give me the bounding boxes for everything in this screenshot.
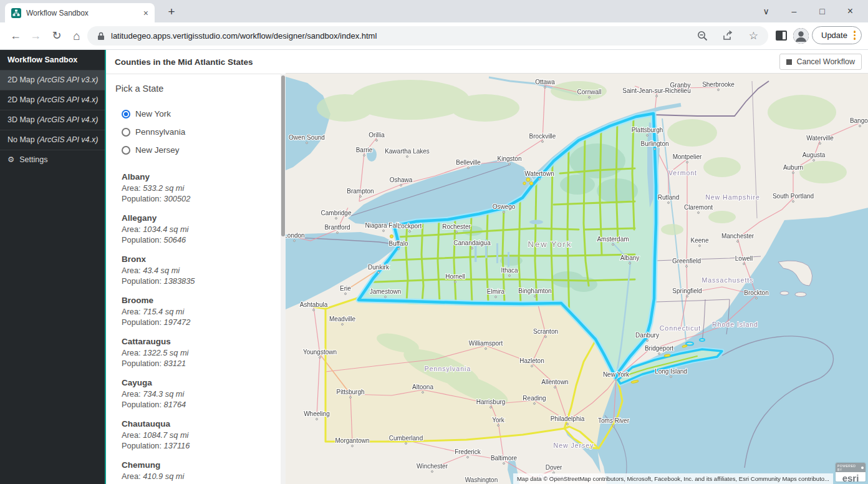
profile-avatar[interactable] [793, 28, 809, 44]
state-radio-new-york[interactable]: New York [122, 105, 281, 123]
svg-text:Morgantown: Morgantown [335, 437, 369, 444]
state-radio-pennsylvania[interactable]: Pennsylvania [122, 123, 281, 141]
address-bar[interactable]: latitudegeo.apps.vertigisstudio.com/work… [87, 26, 768, 46]
radio-icon[interactable] [122, 128, 130, 137]
browser-tab[interactable]: Workflow Sandbox × [5, 3, 155, 22]
svg-text:Meadville: Meadville [329, 316, 356, 322]
state-radio-new-jersey[interactable]: New Jersey [122, 141, 281, 159]
svg-text:Granby: Granby [670, 82, 691, 89]
svg-text:Hazleton: Hazleton [519, 357, 544, 364]
county-item: AlbanyArea: 533.2 sq miPopulation: 30050… [122, 172, 281, 204]
radio-icon[interactable] [122, 110, 130, 119]
svg-text:Erie: Erie [340, 285, 351, 292]
svg-text:Cornwall: Cornwall [577, 89, 602, 95]
svg-text:Auburn: Auburn [783, 164, 803, 171]
back-button[interactable]: ← [7, 22, 24, 49]
browser-menu-chevron-icon[interactable]: ∨ [752, 6, 780, 16]
svg-text:Connecticut: Connecticut [660, 324, 701, 332]
svg-text:Oswego: Oswego [493, 203, 516, 210]
radio-label: New York [135, 109, 171, 119]
svg-text:London: London [286, 232, 305, 239]
scrollbar-thumb[interactable] [281, 75, 285, 236]
new-tab-button[interactable]: + [163, 3, 180, 21]
gear-icon: ⚙ [7, 155, 14, 164]
svg-text:Hornell: Hornell [445, 273, 465, 280]
county-item: ChautauquaArea: 1084.7 sq miPopulation: … [122, 419, 281, 451]
svg-text:Brantford: Brantford [324, 224, 350, 231]
update-button[interactable]: Update [812, 26, 862, 44]
svg-text:Dunkirk: Dunkirk [368, 264, 390, 271]
esri-globe-icon [861, 467, 864, 469]
svg-text:Jamestown: Jamestown [370, 288, 402, 295]
forward-button[interactable]: → [27, 22, 44, 49]
favicon-workflow-icon [11, 8, 21, 18]
state-radio-group: New YorkPennsylvaniaNew Jersey [122, 105, 281, 159]
svg-text:Washington: Washington [465, 477, 498, 483]
svg-text:New York: New York [603, 371, 630, 378]
svg-text:Brockton: Brockton [744, 289, 768, 296]
svg-text:Harrisburg: Harrisburg [476, 399, 506, 405]
svg-text:Waterville: Waterville [806, 135, 834, 142]
svg-text:Kingston: Kingston [498, 155, 522, 162]
svg-text:Rutland: Rutland [658, 194, 679, 201]
svg-text:Bridgeport: Bridgeport [645, 345, 673, 352]
esri-logo: POWERED BY esri [836, 463, 866, 482]
kebab-menu-icon[interactable] [854, 29, 856, 41]
minimize-button[interactable]: – [780, 6, 808, 16]
map-header-bar: Cancel Workflow [286, 50, 868, 74]
sidebar-item-2d-map[interactable]: 2D Map (ArcGIS API v3.x) [0, 70, 105, 90]
svg-text:York: York [492, 417, 505, 424]
svg-text:Albany: Albany [620, 254, 640, 261]
svg-text:Barrie: Barrie [356, 147, 373, 153]
tab-title: Workflow Sandbox [26, 9, 143, 17]
sidebar-item-3d-map[interactable]: 3D Map (ArcGIS API v4.x) [0, 110, 105, 130]
svg-text:Pittsburgh: Pittsburgh [336, 389, 364, 395]
pick-state-label: Pick a State [115, 84, 281, 94]
form-title: Counties in the Mid Atlantic States [106, 50, 286, 74]
panel-scrollbar[interactable] [281, 74, 286, 484]
county-item: AlleganyArea: 1034.4 sq miPopulation: 50… [122, 213, 281, 245]
svg-text:Belleville: Belleville [456, 159, 481, 166]
svg-text:Cambridge: Cambridge [321, 210, 352, 216]
svg-text:Bangor: Bangor [850, 117, 868, 124]
tab-close-icon[interactable]: × [143, 8, 148, 18]
cancel-workflow-button[interactable]: Cancel Workflow [779, 54, 862, 70]
share-icon[interactable] [723, 31, 734, 41]
sidebar-item-2d-map[interactable]: 2D Map (ArcGIS API v4.x) [0, 90, 105, 110]
sidebar-item-settings[interactable]: ⚙Settings [0, 150, 105, 170]
radio-icon[interactable] [122, 146, 130, 155]
svg-text:Massachusetts: Massachusetts [702, 276, 753, 284]
svg-text:Cumberland: Cumberland [389, 435, 423, 442]
home-button[interactable]: ⌂ [69, 22, 85, 49]
svg-text:Danbury: Danbury [635, 332, 659, 339]
side-panel-icon[interactable] [775, 29, 788, 42]
svg-text:Rhode Island: Rhode Island [712, 321, 758, 328]
svg-text:Sherbrooke: Sherbrooke [702, 81, 735, 88]
county-item: CayugaArea: 734.3 sq miPopulation: 81764 [122, 377, 281, 410]
zoom-out-icon[interactable] [697, 31, 708, 41]
svg-text:Long Island: Long Island [655, 368, 687, 375]
svg-text:Rochester: Rochester [442, 223, 471, 230]
person-icon [793, 28, 809, 44]
svg-text:Augusta: Augusta [803, 152, 826, 158]
settings-label: Settings [19, 155, 47, 164]
map-viewport[interactable]: OttawaCornwallSaint-Jean-sur-RichelieuGr… [286, 74, 868, 484]
county-item: BroomeArea: 715.4 sq miPopulation: 19747… [122, 295, 281, 327]
svg-text:Claremont: Claremont [684, 204, 713, 211]
svg-text:Altoona: Altoona [412, 384, 433, 390]
svg-text:Vermont: Vermont [668, 169, 697, 177]
reload-button[interactable]: ↻ [49, 22, 65, 49]
close-window-button[interactable]: × [836, 6, 864, 17]
svg-text:Buffalo: Buffalo [389, 240, 408, 247]
bookmark-star-icon[interactable]: ☆ [749, 31, 758, 41]
sidebar-item-no-map[interactable]: No Map (ArcGIS API v4.x) [0, 130, 105, 150]
maximize-button[interactable]: □ [808, 6, 836, 16]
cancel-workflow-label: Cancel Workflow [796, 57, 855, 66]
svg-text:Pennsylvania: Pennsylvania [425, 365, 471, 372]
svg-text:Watertown: Watertown [524, 170, 554, 177]
map-canvas[interactable]: OttawaCornwallSaint-Jean-sur-RichelieuGr… [286, 74, 868, 484]
county-item: BronxArea: 43.4 sq miPopulation: 1383835 [122, 254, 281, 286]
svg-text:Oshawa: Oshawa [390, 177, 413, 183]
svg-text:Canandaigua: Canandaigua [453, 240, 491, 246]
county-item: CattaraugusArea: 1322.5 sq miPopulation:… [122, 336, 281, 369]
